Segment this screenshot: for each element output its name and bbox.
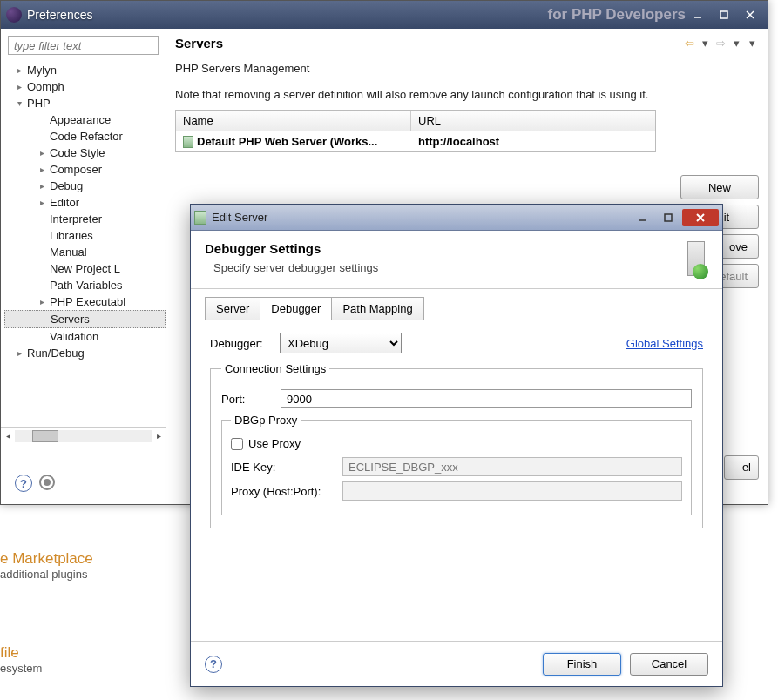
expand-icon[interactable] [37,181,46,190]
proxy-host-input [342,481,682,501]
tree-item-label: Editor [50,196,79,209]
dialog-tabs: Server Debugger Path Mapping [205,296,708,320]
expand-icon[interactable] [15,348,24,357]
tab-path-mapping[interactable]: Path Mapping [331,297,423,320]
tree-item-libraries[interactable]: Libraries [4,227,166,244]
expand-icon[interactable] [37,198,46,206]
bottom-button-partial[interactable]: el [724,455,759,480]
dialog-footer: ? Finish Cancel [191,641,722,686]
preferences-tree-sidebar: MylynOomphPHPAppearanceCode RefactorCode… [1,29,166,443]
tree-item-label: Path Variables [50,279,123,292]
nav-fwd-icon[interactable]: ⇨ [714,37,727,50]
tree-item-path-variables[interactable]: Path Variables [4,277,166,293]
dialog-minimize-button[interactable] [630,209,654,226]
tree-item-code-refactor[interactable]: Code Refactor [4,128,166,145]
new-button[interactable]: New [680,175,759,199]
servers-table: Name URL Default PHP Web Server (Works..… [175,110,656,152]
expand-icon[interactable] [37,165,46,173]
dbgp-proxy-group: DBGp Proxy Use Proxy IDE Key: Proxy (Hos… [221,414,692,515]
svg-rect-1 [720,11,727,18]
tree-horizontal-scrollbar[interactable] [1,427,166,443]
tree-item-label: PHP [27,97,51,110]
nav-back-icon[interactable]: ⇦ [682,37,696,50]
tree-item-php-executabl[interactable]: PHP Executabl [4,293,166,310]
expand-icon[interactable] [15,98,24,107]
tree-item-label: Appearance [50,113,111,126]
col-name[interactable]: Name [176,111,411,131]
maximize-button[interactable] [712,6,736,24]
tree-item-appearance[interactable]: Appearance [4,111,166,128]
tree-item-label: Libraries [50,229,93,242]
row-name: Default PHP Web Server (Works... [197,135,377,148]
tree-item-run-debug[interactable]: Run/Debug [4,345,166,361]
scroll-thumb[interactable] [32,430,58,442]
page-desc: PHP Servers Management [175,61,759,77]
proxy-legend: DBGp Proxy [231,414,301,427]
port-input[interactable] [281,389,692,408]
dialog-maximize-button[interactable] [656,209,680,226]
tree-item-editor[interactable]: Editor [4,194,166,211]
edit-server-dialog: Edit Server Debugger Settings Specify se… [190,204,723,687]
tree-item-label: New Project L [50,262,120,275]
bg-file-heading: file [0,644,42,662]
filter-input[interactable] [8,36,159,55]
tree-item-php[interactable]: PHP [4,95,166,111]
nav-fwd-menu-icon[interactable]: ▾ [729,37,743,50]
expand-icon[interactable] [37,297,46,306]
debugger-label: Debugger: [210,337,273,350]
nav-menu-icon[interactable]: ▾ [745,37,759,50]
tree-item-debug[interactable]: Debug [4,178,166,194]
tab-debugger[interactable]: Debugger [260,297,332,320]
import-export-icon[interactable] [39,475,55,490]
close-button[interactable] [738,6,762,24]
cancel-button[interactable]: Cancel [630,653,708,676]
tree-item-composer[interactable]: Composer [4,161,166,178]
minimize-button[interactable] [686,6,710,24]
tree-item-label: Validation [50,330,98,343]
port-label: Port: [221,393,274,406]
scroll-left-icon[interactable] [1,429,15,443]
tree-item-new-project-l[interactable]: New Project L [4,260,166,277]
expand-icon[interactable] [15,82,24,91]
tree-item-label: Servers [51,313,90,326]
tree-item-label: Interpreter [50,212,102,225]
bg-marketplace-sub: additional plugins [0,568,93,581]
connection-settings-group: Connection Settings Port: DBGp Proxy Use… [210,362,703,528]
col-url[interactable]: URL [411,111,655,131]
tree-item-code-style[interactable]: Code Style [4,145,166,161]
svg-rect-5 [665,214,672,221]
preferences-tree[interactable]: MylynOomphPHPAppearanceCode RefactorCode… [1,62,166,427]
tree-item-label: Debug [50,179,83,192]
dialog-help-icon[interactable]: ? [205,656,222,673]
tab-server[interactable]: Server [205,297,260,320]
ide-key-label: IDE Key: [231,461,335,474]
dialog-header: Debugger Settings Specify server debugge… [191,231,722,289]
tree-item-manual[interactable]: Manual [4,244,166,260]
nav-back-menu-icon[interactable]: ▾ [698,37,712,50]
help-icon[interactable]: ? [15,475,32,492]
debugger-select[interactable]: XDebug [280,333,402,353]
scroll-right-icon[interactable] [152,429,166,443]
expand-icon[interactable] [15,65,24,74]
finish-button[interactable]: Finish [543,653,621,676]
tree-item-oomph[interactable]: Oomph [4,78,166,95]
use-proxy-label: Use Proxy [248,437,301,450]
row-url: http://localhost [418,135,648,148]
main-titlebar[interactable]: Preferences for PHP Developers [1,1,768,29]
tree-item-servers[interactable]: Servers [4,310,166,328]
tree-item-label: Oomph [27,80,64,93]
server-icon [194,211,206,225]
page-note: Note that removing a server definition w… [175,87,759,103]
eclipse-icon [6,7,22,23]
dialog-close-button[interactable] [682,209,719,226]
tree-item-interpreter[interactable]: Interpreter [4,211,166,227]
page-heading: Servers [175,36,223,50]
table-row[interactable]: Default PHP Web Server (Works... http://… [176,131,655,151]
use-proxy-checkbox[interactable] [231,438,243,450]
global-settings-link[interactable]: Global Settings [626,337,703,350]
tree-item-mylyn[interactable]: Mylyn [4,62,166,78]
expand-icon[interactable] [37,148,46,157]
tree-item-validation[interactable]: Validation [4,328,166,345]
tree-item-label: Run/Debug [27,347,85,360]
dialog-titlebar[interactable]: Edit Server [191,205,722,231]
